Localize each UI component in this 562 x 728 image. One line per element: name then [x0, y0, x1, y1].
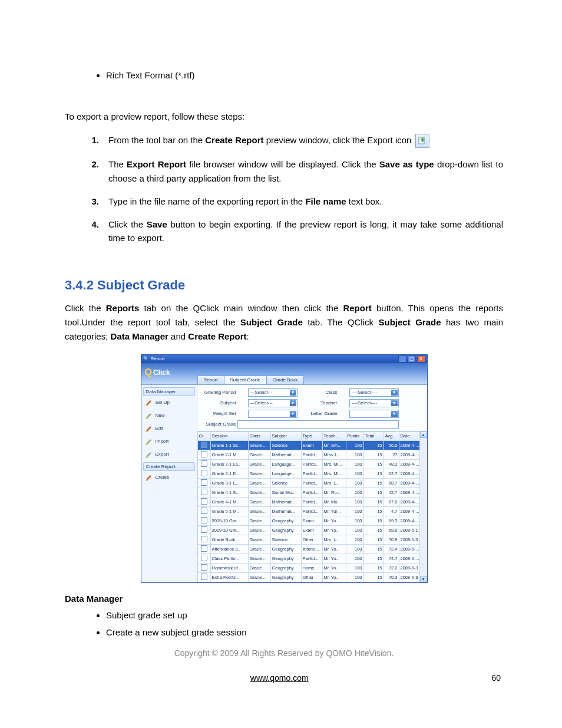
close-button[interactable]: ✕ [417, 355, 425, 363]
copyright: Copyright © 2009 All Rights Reserved by … [65, 648, 503, 658]
scrollbar[interactable]: ▲ ▼ [419, 431, 427, 582]
col-header[interactable]: Points [346, 431, 363, 440]
chevron-down-icon: ▼ [290, 411, 296, 417]
table-row[interactable]: Extra Points ..Grade ...GeographyOtherMr… [197, 572, 425, 582]
list-item: Subject grade set up [106, 608, 503, 622]
scroll-up-icon[interactable]: ▲ [420, 431, 427, 438]
table-row[interactable]: 2009-10 Gra..Grade ...GeographyExamMr. Y… [197, 525, 425, 535]
row-checkbox[interactable] [201, 517, 207, 523]
table-row[interactable]: Grade 2-1 M..Grade ...Mathemat...Partici… [197, 450, 425, 459]
col-header[interactable]: Total S... [363, 431, 384, 440]
edit-icon [145, 424, 153, 433]
col-header[interactable]: Class [248, 431, 270, 440]
list-item: Create a new subject grade session [106, 625, 503, 639]
export-icon [145, 450, 153, 459]
col-header[interactable]: Grade [197, 431, 210, 440]
row-checkbox[interactable] [201, 536, 207, 542]
row-checkbox[interactable] [201, 470, 207, 476]
section-heading: 3.4.2 Subject Grade [65, 278, 503, 293]
sidebar-item-set-up[interactable]: Set Up [143, 396, 195, 409]
row-checkbox[interactable] [201, 489, 207, 495]
export-icon [415, 134, 429, 148]
sidebar-item-label: New [156, 413, 165, 418]
label-teacher: Teacher [309, 399, 338, 407]
step-2-num: 2. [88, 157, 99, 171]
header-strip: QClick ReportSubject GradeGrade Book [141, 363, 427, 384]
col-header[interactable]: Subject [270, 431, 301, 440]
row-checkbox[interactable] [201, 526, 207, 533]
table-row[interactable]: Homework of ..Grade ...GeographyHome...M… [197, 563, 425, 572]
table-row[interactable]: Grade 5-1 M..Grade ...Mathemat...Partici… [197, 506, 425, 516]
table-row[interactable]: 2009-10 Gra..Grade ...GeographyExamMr. Y… [197, 516, 425, 525]
select-subject[interactable]: ---Select---▼ [248, 399, 297, 407]
table-row[interactable]: Grade 2-1 La..Grade ...Language...Partic… [197, 459, 425, 469]
sidebar-item-new[interactable]: New [143, 409, 195, 422]
step-3: Type in the file name of the exporting r… [108, 195, 503, 208]
tab-report[interactable]: Report [197, 375, 224, 384]
sidebar-item-export[interactable]: Export [143, 448, 195, 461]
maximize-button[interactable]: ▢ [408, 355, 416, 363]
import-icon [145, 437, 153, 446]
col-header[interactable]: Session [210, 431, 248, 440]
step-1: From the tool bar on the Create Report p… [108, 133, 503, 148]
table-row[interactable]: Grade Book ..Grade ...ScienceOtherMrs. L… [197, 535, 425, 544]
minimize-button[interactable]: _ [398, 355, 406, 363]
step-3-num: 3. [88, 195, 99, 208]
sidebar-section-create-report[interactable]: Create Report [143, 462, 195, 471]
step-4-num: 4. [88, 218, 99, 231]
subheading-data-manager: Data Manager [65, 594, 503, 604]
table-row[interactable]: Grade 3-1 E..Grade ...SciencePartici...M… [197, 478, 425, 487]
row-checkbox[interactable] [201, 498, 207, 505]
svg-rect-2 [146, 418, 148, 419]
table-row[interactable]: Grade 4-1 M..Grade ...Mathemat...Partici… [197, 497, 425, 506]
sidebar-section-data-manager[interactable]: Data Manager [143, 387, 195, 396]
svg-rect-3 [146, 431, 148, 432]
table-row[interactable]: Attendance o..Grade ...GeographyAttend..… [197, 544, 425, 554]
col-header[interactable]: Teach... [322, 431, 346, 440]
row-checkbox[interactable] [201, 555, 207, 561]
set-up-icon [145, 398, 153, 407]
table-row[interactable]: Grade 4-1 S..Grade ...Social Stu...Parti… [197, 487, 425, 497]
sidebar-item-import[interactable]: Import [143, 435, 195, 448]
row-checkbox[interactable] [201, 442, 207, 448]
select-class[interactable]: ----Select----▼ [349, 388, 399, 397]
footer-link[interactable]: www.qomo.com [250, 673, 309, 683]
input-subject-grade[interactable] [237, 420, 399, 429]
sidebar-item-label: Edit [156, 426, 164, 431]
step-1-num: 1. [88, 133, 99, 147]
sidebar-item-label: Set Up [156, 400, 170, 405]
report-window: 🔍 Report _ ▢ ✕ QClick ReportSubject Grad… [141, 354, 428, 583]
row-checkbox[interactable] [201, 574, 207, 580]
chevron-down-icon: ▼ [391, 400, 398, 406]
row-checkbox[interactable] [201, 479, 207, 486]
data-table: GradeSessionClassSubjectTypeTeach...Poin… [197, 431, 425, 582]
row-checkbox[interactable] [201, 451, 207, 457]
svg-rect-4 [146, 444, 148, 445]
row-checkbox[interactable] [201, 564, 207, 571]
col-header[interactable]: Type [301, 431, 322, 440]
export-lead: To export a preview report, follow these… [65, 111, 503, 121]
row-checkbox[interactable] [201, 508, 207, 514]
section-para: Click the Reports tab on the QClick main… [65, 301, 503, 344]
label-letter-grade: Letter Grade [309, 410, 338, 418]
select-teacher[interactable]: ----Select----▼ [349, 399, 399, 407]
table-row[interactable]: Grade 1-1 Sc..Grade ...ScienceExamMr. Sm… [197, 440, 425, 450]
select-weight-set[interactable]: ▼ [248, 410, 297, 418]
table-row[interactable]: Grade 2-1 E..Grade ...Language...Partici… [197, 469, 425, 478]
sidebar-item-label: Export [156, 452, 169, 457]
tab-subject-grade[interactable]: Subject Grade [224, 375, 267, 384]
row-checkbox[interactable] [201, 545, 207, 552]
select-letter-grade[interactable]: ▼ [349, 410, 399, 418]
table-row[interactable]: Class Partici..Grade ...GeographyPartici… [197, 554, 425, 563]
sidebar-item-edit[interactable]: Edit [143, 422, 195, 435]
select-grading-period[interactable]: ---Select---▼ [248, 388, 297, 397]
sidebar-item-create[interactable]: Create [143, 471, 195, 484]
row-checkbox[interactable] [201, 460, 207, 467]
sidebar-item-label: Create [156, 475, 170, 480]
col-header[interactable]: Avg. [384, 431, 399, 440]
tab-grade-book[interactable]: Grade Book [266, 375, 305, 384]
step-4: Click the Save button to begin exporting… [108, 218, 503, 245]
scroll-down-icon[interactable]: ▼ [420, 576, 427, 582]
page-number: 60 [491, 673, 501, 683]
window-title: Report [151, 356, 165, 361]
